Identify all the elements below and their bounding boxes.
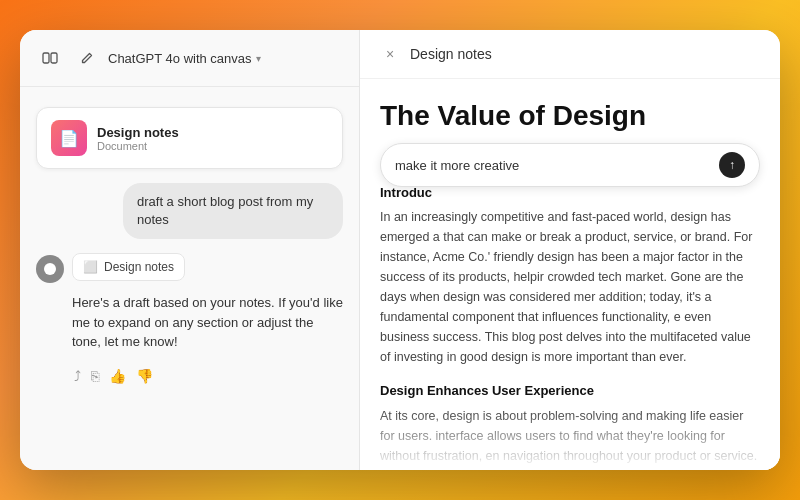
blog-title: The Value of Design bbox=[380, 99, 760, 133]
send-button[interactable]: ↑ bbox=[719, 152, 745, 178]
svg-rect-1 bbox=[51, 53, 57, 63]
close-button[interactable]: × bbox=[380, 44, 400, 64]
assistant-section: ⬜ Design notes Here's a draft based on y… bbox=[36, 253, 343, 352]
svg-point-2 bbox=[44, 263, 56, 275]
feedback-row: ⤴ ⎘ 👍 👎 bbox=[36, 366, 343, 386]
document-type: Document bbox=[97, 140, 179, 152]
doc-ref-icon: ⬜ bbox=[83, 260, 98, 274]
document-title: Design notes bbox=[97, 125, 179, 140]
document-card[interactable]: 📄 Design notes Document bbox=[36, 107, 343, 169]
assistant-avatar bbox=[36, 255, 64, 283]
close-icon: × bbox=[386, 46, 394, 62]
intro-text: In an increasingly competitive and fast-… bbox=[380, 207, 760, 367]
left-panel: ChatGPT 4o with canvas ▾ 📄 Design notes … bbox=[20, 30, 360, 470]
left-header: ChatGPT 4o with canvas ▾ bbox=[20, 30, 359, 87]
copy-icon[interactable]: ⎘ bbox=[89, 366, 101, 386]
main-container: ChatGPT 4o with canvas ▾ 📄 Design notes … bbox=[20, 30, 780, 470]
panel-title: Design notes bbox=[410, 46, 492, 62]
document-info: Design notes Document bbox=[97, 125, 179, 152]
fade-overlay bbox=[360, 410, 780, 470]
send-icon: ↑ bbox=[729, 158, 735, 172]
thumbs-down-icon[interactable]: 👎 bbox=[134, 366, 155, 386]
assistant-reply-text: Here's a draft based on your notes. If y… bbox=[72, 293, 343, 352]
left-content: 📄 Design notes Document draft a short bl… bbox=[20, 87, 359, 470]
share-icon[interactable]: ⤴ bbox=[72, 366, 83, 386]
design-notes-reference: ⬜ Design notes bbox=[72, 253, 185, 281]
assistant-ref-row: ⬜ Design notes bbox=[36, 253, 343, 283]
section1-heading: Design Enhances User Experience bbox=[380, 381, 760, 402]
edit-button[interactable] bbox=[72, 44, 100, 72]
user-message-text: draft a short blog post from my notes bbox=[137, 194, 313, 227]
user-message-bubble: draft a short blog post from my notes bbox=[123, 183, 343, 239]
chevron-down-icon: ▾ bbox=[256, 53, 261, 64]
design-notes-ref-label: Design notes bbox=[104, 260, 174, 274]
document-icon: 📄 bbox=[51, 120, 87, 156]
prompt-bar: make it more creative ↑ bbox=[380, 143, 760, 187]
right-content: The Value of Design make it more creativ… bbox=[360, 79, 780, 470]
right-header: × Design notes bbox=[360, 30, 780, 79]
thumbs-up-icon[interactable]: 👍 bbox=[107, 366, 128, 386]
sidebar-toggle-button[interactable] bbox=[36, 44, 64, 72]
right-panel: × Design notes The Value of Design make … bbox=[360, 30, 780, 470]
model-selector[interactable]: ChatGPT 4o with canvas ▾ bbox=[108, 51, 261, 66]
model-name: ChatGPT 4o with canvas bbox=[108, 51, 252, 66]
prompt-text: make it more creative bbox=[395, 158, 519, 173]
svg-rect-0 bbox=[43, 53, 49, 63]
